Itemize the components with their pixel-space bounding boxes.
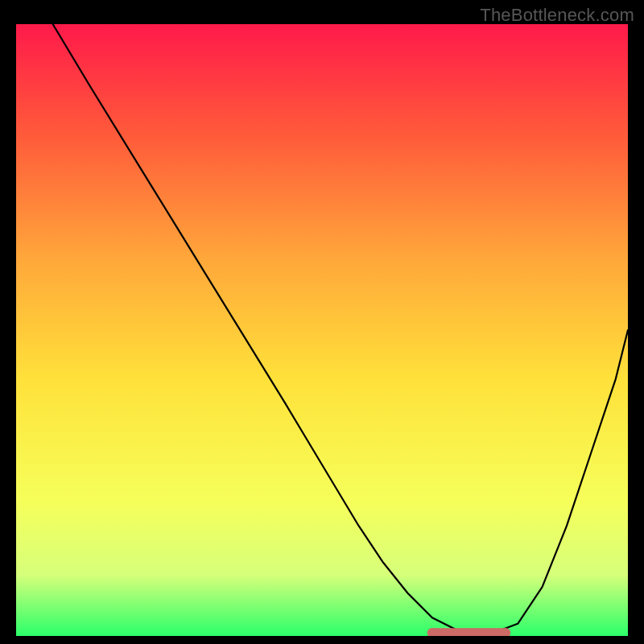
- chart-plot-area: [16, 24, 628, 636]
- watermark-text: TheBottleneck.com: [480, 5, 634, 26]
- chart-frame: TheBottleneck.com: [0, 0, 644, 644]
- chart-svg: [16, 24, 628, 636]
